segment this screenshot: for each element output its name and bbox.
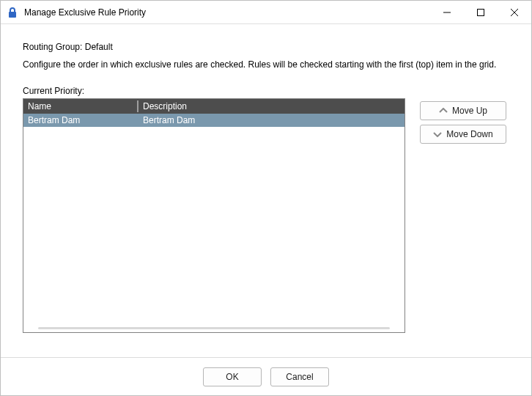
column-header-description[interactable]: Description (138, 99, 404, 114)
table-row[interactable]: Bertram Dam Bertram Dam (23, 114, 404, 127)
window-controls (430, 1, 531, 23)
svg-rect-2 (478, 9, 484, 15)
instructions-text: Configure the order in which exclusive r… (23, 59, 509, 70)
routing-group-label: Routing Group: Default (23, 42, 509, 52)
move-down-button[interactable]: Move Down (420, 125, 506, 144)
svg-rect-0 (9, 12, 16, 18)
ok-button[interactable]: OK (203, 367, 262, 386)
maximize-button[interactable] (464, 1, 498, 23)
titlebar: Manage Exclusive Rule Priority (1, 1, 531, 24)
move-up-button[interactable]: Move Up (420, 101, 506, 120)
cancel-button[interactable]: Cancel (270, 367, 329, 386)
window-title: Manage Exclusive Rule Priority (24, 7, 146, 18)
content-area: Routing Group: Default Configure the ord… (1, 24, 531, 357)
ok-label: OK (226, 372, 238, 382)
column-header-name[interactable]: Name (23, 99, 137, 114)
move-up-label: Move Up (452, 106, 487, 116)
grid-header: Name Description (23, 99, 404, 114)
move-down-label: Move Down (446, 129, 492, 139)
priority-grid[interactable]: Name Description Bertram Dam Bertram Dam (23, 98, 405, 333)
cell-name: Bertram Dam (23, 115, 137, 125)
dialog-footer: OK Cancel (1, 357, 531, 395)
grid-body: Bertram Dam Bertram Dam (23, 114, 404, 332)
reorder-buttons: Move Up Move Down (420, 98, 506, 144)
routing-group-value: Default (85, 42, 113, 52)
dialog-window: Manage Exclusive Rule Priority Routing G… (0, 0, 532, 396)
routing-group-label-text: Routing Group: (23, 42, 82, 52)
chevron-down-icon (433, 131, 442, 137)
minimize-button[interactable] (430, 1, 464, 23)
lock-icon (7, 7, 18, 18)
cell-description: Bertram Dam (137, 115, 404, 125)
chevron-up-icon (439, 108, 448, 114)
cancel-label: Cancel (286, 372, 313, 382)
current-priority-label: Current Priority: (23, 86, 509, 96)
close-button[interactable] (498, 1, 531, 23)
horizontal-scrollbar[interactable] (38, 327, 390, 329)
